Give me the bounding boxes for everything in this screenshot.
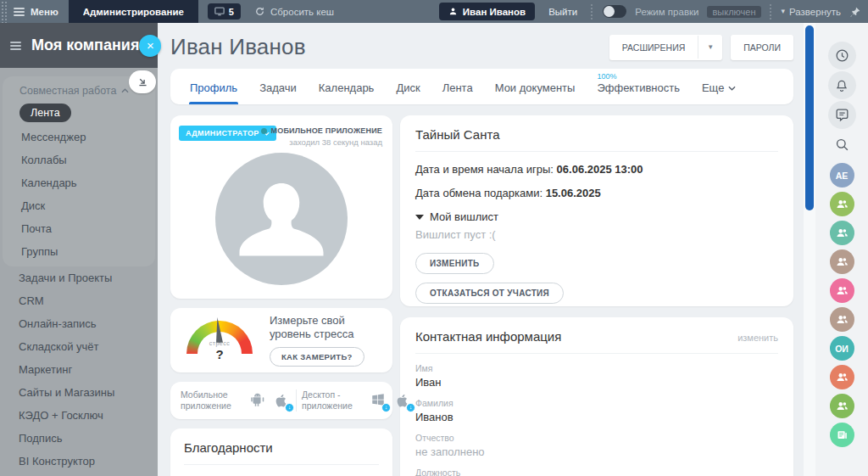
topbar-drag-handle[interactable] xyxy=(0,0,8,23)
sidebar-item-5[interactable]: Почта xyxy=(3,217,155,240)
extensions-dropdown-arrow[interactable]: ▼ xyxy=(698,36,722,59)
separator xyxy=(591,4,594,20)
clear-cache-button[interactable]: Сбросить кеш xyxy=(254,6,334,17)
avatar[interactable] xyxy=(215,153,348,285)
menu-button[interactable]: Меню xyxy=(8,6,69,18)
passwords-button[interactable]: ПАРОЛИ xyxy=(731,35,793,60)
profile-card: АДМИНИСТРАТОР МОБИЛЬНОЕ ПРИЛОЖЕНИЕ заход… xyxy=(170,115,392,299)
stress-text: Измерьте свой уровень стресса xyxy=(270,314,382,342)
windows-icon[interactable]: ↓ xyxy=(370,392,387,409)
chat-avatar-5[interactable] xyxy=(830,307,854,332)
chat-avatar-4[interactable] xyxy=(830,278,854,303)
topbar: Меню Администрирование 5 Сбросить кеш Ив… xyxy=(0,0,868,23)
sidebar-item-3[interactable]: Календарь xyxy=(3,171,155,194)
download-badge-icon: ↓ xyxy=(406,403,415,412)
time-tracker-button[interactable] xyxy=(828,42,856,70)
tab-2[interactable]: Календарь xyxy=(308,69,386,104)
chat-avatar-3[interactable] xyxy=(830,249,854,274)
user-button[interactable]: Иван Иванов xyxy=(439,3,535,20)
contact-field-1: ФамилияИванов xyxy=(415,398,778,423)
mobile-app-section[interactable]: Мобильное приложение ↓ xyxy=(181,389,291,411)
close-icon[interactable]: × xyxy=(139,35,161,57)
chevron-up-icon xyxy=(121,88,129,93)
sidebar-item-8[interactable]: BI Конструктор xyxy=(0,450,158,473)
expand-button[interactable]: ▾ Развернуть xyxy=(782,7,842,17)
sidebar-item-4[interactable]: Диск xyxy=(3,194,155,217)
refresh-icon xyxy=(254,6,265,17)
sidebar-item-2[interactable]: Онлайн-запись xyxy=(0,312,158,335)
desktop-app-section[interactable]: Десктоп - приложение ↓ ↓ xyxy=(302,389,412,411)
tab-label: Мои документы xyxy=(495,81,576,94)
menu-items: Задачи и ПроектыCRMОнлайн-записьСкладско… xyxy=(0,266,158,476)
hamburger-icon[interactable] xyxy=(10,40,21,52)
field-label: Имя xyxy=(415,363,778,373)
contact-field-3: Должность xyxy=(415,468,778,476)
tab-6[interactable]: 100%Эффективность xyxy=(586,69,691,104)
sidebar-item-6[interactable]: Группы xyxy=(3,240,155,263)
sidebar-item-9[interactable]: Сотрудники xyxy=(0,473,158,476)
messenger-button[interactable] xyxy=(828,101,856,129)
field-label: Фамилия xyxy=(415,398,778,408)
notifications-button[interactable] xyxy=(828,71,856,99)
tab-7[interactable]: Еще xyxy=(691,69,747,104)
chat-avatar-8[interactable] xyxy=(830,394,854,418)
sidebar-item-1[interactable]: Мессенджер xyxy=(3,126,155,148)
tab-badge xyxy=(702,72,736,81)
edit-mode-toggle[interactable] xyxy=(603,5,626,18)
search-button[interactable] xyxy=(828,131,856,159)
how-to-measure-button[interactable]: КАК ЗАМЕРИТЬ? xyxy=(270,347,364,367)
people-icon xyxy=(835,197,849,211)
tab-label: Лента xyxy=(442,81,473,94)
edit-button[interactable]: ИЗМЕНИТЬ xyxy=(415,253,494,274)
android-icon[interactable] xyxy=(249,392,266,409)
sidebar-item-6[interactable]: КЭДО + Госключ xyxy=(0,404,158,427)
sidebar-item-4[interactable]: Маркетинг xyxy=(0,358,158,381)
sidebar-item-7[interactable]: Подпись xyxy=(0,427,158,450)
chat-avatar-0[interactable]: AE xyxy=(830,163,854,188)
sidebar-item-0[interactable]: Лента xyxy=(19,104,71,122)
download-badge-icon: ↓ xyxy=(285,403,294,412)
group-items: ЛентаМессенджерКоллабыКалендарьДискПочта… xyxy=(3,104,155,263)
passwords-label[interactable]: ПАРОЛИ xyxy=(731,35,793,60)
tab-0[interactable]: Профиль xyxy=(179,69,248,104)
tab-1[interactable]: Задачи xyxy=(248,69,308,104)
status-text: МОБИЛЬНОЕ ПРИЛОЖЕНИЕ xyxy=(271,126,382,135)
scrollbar-thumb[interactable] xyxy=(805,25,814,210)
sidebar-item-1[interactable]: CRM xyxy=(0,289,158,312)
sidebar-item-0[interactable]: Задачи и Проекты xyxy=(0,266,158,289)
sidebar-item-2[interactable]: Коллабы xyxy=(3,148,155,171)
administration-button[interactable]: Администрирование xyxy=(69,0,198,23)
tab-4[interactable]: Лента xyxy=(431,69,484,104)
performance-counter[interactable]: 5 xyxy=(208,3,241,20)
edit-contact-link[interactable]: изменить xyxy=(737,333,778,343)
chat-avatar-7[interactable] xyxy=(830,365,854,389)
people-icon xyxy=(835,370,849,384)
apple-icon[interactable]: ↓ xyxy=(395,392,412,409)
divider xyxy=(415,353,778,354)
tab-3[interactable]: Диск xyxy=(385,69,431,104)
tab-5[interactable]: Мои документы xyxy=(484,69,587,104)
chat-avatar-6[interactable]: ОИ xyxy=(830,336,854,361)
sidebar-item-3[interactable]: Складской учёт xyxy=(0,335,158,358)
wishlist-toggle[interactable]: Мой вишлист xyxy=(415,210,778,223)
tab-label: Эффективность xyxy=(597,81,680,94)
chat-avatar-1[interactable] xyxy=(830,192,854,216)
search-icon xyxy=(834,137,850,153)
decline-participation-button[interactable]: ОТКАЗАТЬСЯ ОТ УЧАСТИЯ xyxy=(415,283,564,304)
online-dot-icon xyxy=(261,128,267,134)
chat-avatar-2[interactable] xyxy=(830,221,854,245)
gift-exchange-value: 15.06.2025 xyxy=(546,187,601,199)
pin-icon[interactable] xyxy=(849,6,861,18)
stress-gauge: стресс ? xyxy=(181,316,259,365)
collapse-sidebar-button[interactable] xyxy=(129,70,156,93)
logout-link[interactable]: Выйти xyxy=(548,7,577,17)
main-content: Иван Иванов РАСШИРЕНИЯ ▼ ПАРОЛИ ПрофильЗ… xyxy=(158,23,804,476)
extensions-button[interactable]: РАСШИРЕНИЯ ▼ xyxy=(609,35,722,60)
chat-avatar-9[interactable] xyxy=(830,423,854,447)
extensions-label[interactable]: РАСШИРЕНИЯ xyxy=(609,35,698,60)
tab-label: Календарь xyxy=(319,81,375,94)
stress-widget: стресс ? Измерьте свой уровень стресса К… xyxy=(170,308,392,372)
sidebar-item-5[interactable]: Сайты и Магазины xyxy=(0,381,158,404)
people-icon xyxy=(835,399,849,413)
apple-icon[interactable]: ↓ xyxy=(274,392,291,409)
